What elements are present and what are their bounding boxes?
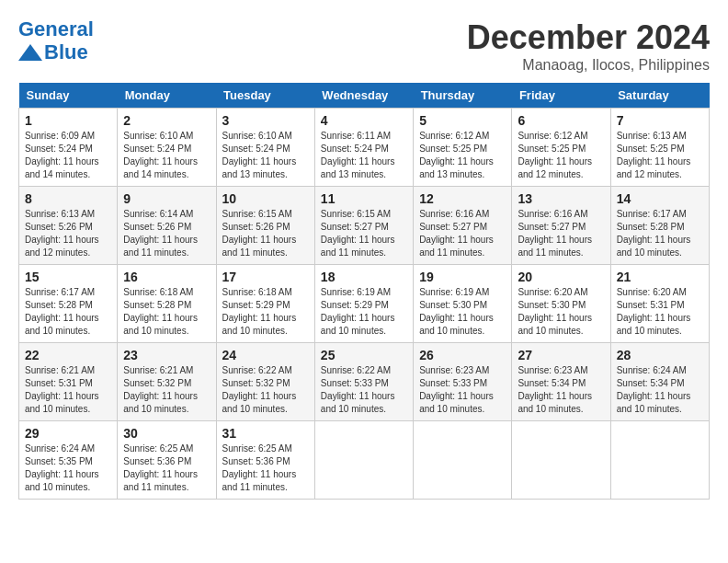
calendar-header-row: SundayMondayTuesdayWednesdayThursdayFrid…	[19, 83, 710, 109]
day-info: Sunrise: 6:17 AM Sunset: 5:28 PM Dayligh…	[617, 208, 703, 259]
calendar-cell: 27Sunrise: 6:23 AM Sunset: 5:34 PM Dayli…	[512, 343, 610, 421]
calendar-cell: 17Sunrise: 6:18 AM Sunset: 5:29 PM Dayli…	[216, 265, 314, 343]
day-number: 3	[222, 113, 309, 128]
day-info: Sunrise: 6:11 AM Sunset: 5:24 PM Dayligh…	[321, 130, 407, 181]
calendar-cell: 15Sunrise: 6:17 AM Sunset: 5:28 PM Dayli…	[19, 265, 118, 343]
calendar-table: SundayMondayTuesdayWednesdayThursdayFrid…	[18, 83, 710, 500]
calendar-week-row: 22Sunrise: 6:21 AM Sunset: 5:31 PM Dayli…	[19, 343, 710, 421]
day-info: Sunrise: 6:18 AM Sunset: 5:29 PM Dayligh…	[222, 286, 309, 338]
day-number: 17	[222, 270, 309, 284]
day-number: 25	[321, 348, 407, 362]
day-info: Sunrise: 6:19 AM Sunset: 5:29 PM Dayligh…	[321, 286, 407, 338]
day-info: Sunrise: 6:12 AM Sunset: 5:25 PM Dayligh…	[518, 130, 604, 181]
calendar-cell: 2Sunrise: 6:10 AM Sunset: 5:24 PM Daylig…	[118, 109, 216, 187]
column-header-wednesday: Wednesday	[314, 83, 413, 109]
day-info: Sunrise: 6:24 AM Sunset: 5:34 PM Dayligh…	[617, 364, 703, 416]
calendar-cell: 26Sunrise: 6:23 AM Sunset: 5:33 PM Dayli…	[414, 343, 512, 421]
page-header: General Blue December 2024 Manaoag, Iloc…	[18, 18, 710, 74]
day-number: 8	[25, 191, 111, 206]
calendar-cell: 5Sunrise: 6:12 AM Sunset: 5:25 PM Daylig…	[414, 109, 512, 187]
calendar-cell: 14Sunrise: 6:17 AM Sunset: 5:28 PM Dayli…	[610, 187, 709, 265]
column-header-saturday: Saturday	[610, 83, 709, 109]
calendar-cell: 19Sunrise: 6:19 AM Sunset: 5:30 PM Dayli…	[414, 265, 512, 343]
day-number: 30	[123, 426, 210, 441]
day-number: 14	[617, 191, 703, 206]
calendar-week-row: 8Sunrise: 6:13 AM Sunset: 5:26 PM Daylig…	[19, 187, 710, 265]
day-number: 2	[123, 113, 210, 128]
day-info: Sunrise: 6:20 AM Sunset: 5:31 PM Dayligh…	[617, 286, 703, 338]
calendar-cell	[314, 421, 413, 500]
calendar-cell: 16Sunrise: 6:18 AM Sunset: 5:28 PM Dayli…	[118, 265, 216, 343]
day-number: 13	[518, 191, 604, 206]
day-number: 24	[222, 348, 309, 362]
calendar-cell: 23Sunrise: 6:21 AM Sunset: 5:32 PM Dayli…	[118, 343, 216, 421]
day-info: Sunrise: 6:17 AM Sunset: 5:28 PM Dayligh…	[25, 286, 111, 338]
day-info: Sunrise: 6:10 AM Sunset: 5:24 PM Dayligh…	[123, 130, 210, 181]
calendar-cell	[610, 421, 709, 500]
day-info: Sunrise: 6:20 AM Sunset: 5:30 PM Dayligh…	[518, 286, 604, 338]
month-title: December 2024	[467, 18, 710, 57]
day-info: Sunrise: 6:25 AM Sunset: 5:36 PM Dayligh…	[222, 442, 309, 494]
calendar-cell: 10Sunrise: 6:15 AM Sunset: 5:26 PM Dayli…	[216, 187, 314, 265]
day-info: Sunrise: 6:16 AM Sunset: 5:27 PM Dayligh…	[518, 208, 604, 259]
calendar-cell: 8Sunrise: 6:13 AM Sunset: 5:26 PM Daylig…	[19, 187, 118, 265]
day-number: 11	[321, 191, 407, 206]
day-number: 29	[25, 426, 111, 441]
day-number: 22	[25, 348, 111, 362]
column-header-friday: Friday	[512, 83, 610, 109]
location: Manaoag, Ilocos, Philippines	[467, 57, 710, 74]
calendar-cell: 7Sunrise: 6:13 AM Sunset: 5:25 PM Daylig…	[610, 109, 709, 187]
calendar-cell: 30Sunrise: 6:25 AM Sunset: 5:36 PM Dayli…	[118, 421, 216, 500]
day-info: Sunrise: 6:09 AM Sunset: 5:24 PM Dayligh…	[25, 130, 111, 181]
day-info: Sunrise: 6:18 AM Sunset: 5:28 PM Dayligh…	[123, 286, 210, 338]
day-number: 4	[321, 113, 407, 128]
day-info: Sunrise: 6:19 AM Sunset: 5:30 PM Dayligh…	[419, 286, 506, 338]
calendar-week-row: 1Sunrise: 6:09 AM Sunset: 5:24 PM Daylig…	[19, 109, 710, 187]
calendar-cell: 1Sunrise: 6:09 AM Sunset: 5:24 PM Daylig…	[19, 109, 118, 187]
column-header-tuesday: Tuesday	[216, 83, 314, 109]
day-number: 19	[419, 270, 506, 284]
day-number: 27	[518, 348, 604, 362]
day-number: 12	[419, 191, 506, 206]
calendar-cell: 6Sunrise: 6:12 AM Sunset: 5:25 PM Daylig…	[512, 109, 610, 187]
column-header-monday: Monday	[118, 83, 216, 109]
calendar-cell: 22Sunrise: 6:21 AM Sunset: 5:31 PM Dayli…	[19, 343, 118, 421]
day-number: 26	[419, 348, 506, 362]
day-number: 9	[123, 191, 210, 206]
column-header-thursday: Thursday	[414, 83, 512, 109]
svg-marker-0	[18, 44, 42, 61]
calendar-week-row: 29Sunrise: 6:24 AM Sunset: 5:35 PM Dayli…	[19, 421, 710, 500]
calendar-week-row: 15Sunrise: 6:17 AM Sunset: 5:28 PM Dayli…	[19, 265, 710, 343]
day-number: 16	[123, 270, 210, 284]
calendar-cell: 31Sunrise: 6:25 AM Sunset: 5:36 PM Dayli…	[216, 421, 314, 500]
calendar-cell: 11Sunrise: 6:15 AM Sunset: 5:27 PM Dayli…	[314, 187, 413, 265]
day-info: Sunrise: 6:16 AM Sunset: 5:27 PM Dayligh…	[419, 208, 506, 259]
day-number: 21	[617, 270, 703, 284]
day-number: 23	[123, 348, 210, 362]
day-info: Sunrise: 6:14 AM Sunset: 5:26 PM Dayligh…	[123, 208, 210, 259]
day-number: 28	[617, 348, 703, 362]
calendar-cell: 21Sunrise: 6:20 AM Sunset: 5:31 PM Dayli…	[610, 265, 709, 343]
column-header-sunday: Sunday	[19, 83, 118, 109]
logo-text: General	[18, 18, 94, 40]
day-number: 15	[25, 270, 111, 284]
calendar-cell	[414, 421, 512, 500]
calendar-cell: 25Sunrise: 6:22 AM Sunset: 5:33 PM Dayli…	[314, 343, 413, 421]
day-number: 1	[25, 113, 111, 128]
day-number: 31	[222, 426, 309, 441]
day-info: Sunrise: 6:10 AM Sunset: 5:24 PM Dayligh…	[222, 130, 309, 181]
day-number: 18	[321, 270, 407, 284]
day-info: Sunrise: 6:15 AM Sunset: 5:27 PM Dayligh…	[321, 208, 407, 259]
calendar-cell: 29Sunrise: 6:24 AM Sunset: 5:35 PM Dayli…	[19, 421, 118, 500]
day-info: Sunrise: 6:24 AM Sunset: 5:35 PM Dayligh…	[25, 442, 111, 494]
logo-icon	[18, 44, 42, 61]
calendar-cell: 3Sunrise: 6:10 AM Sunset: 5:24 PM Daylig…	[216, 109, 314, 187]
day-info: Sunrise: 6:13 AM Sunset: 5:25 PM Dayligh…	[617, 130, 703, 181]
calendar-cell: 28Sunrise: 6:24 AM Sunset: 5:34 PM Dayli…	[610, 343, 709, 421]
logo: General Blue	[18, 18, 94, 64]
day-number: 6	[518, 113, 604, 128]
title-block: December 2024 Manaoag, Ilocos, Philippin…	[467, 18, 710, 74]
day-info: Sunrise: 6:21 AM Sunset: 5:32 PM Dayligh…	[123, 364, 210, 416]
day-info: Sunrise: 6:22 AM Sunset: 5:33 PM Dayligh…	[321, 364, 407, 416]
calendar-cell: 18Sunrise: 6:19 AM Sunset: 5:29 PM Dayli…	[314, 265, 413, 343]
